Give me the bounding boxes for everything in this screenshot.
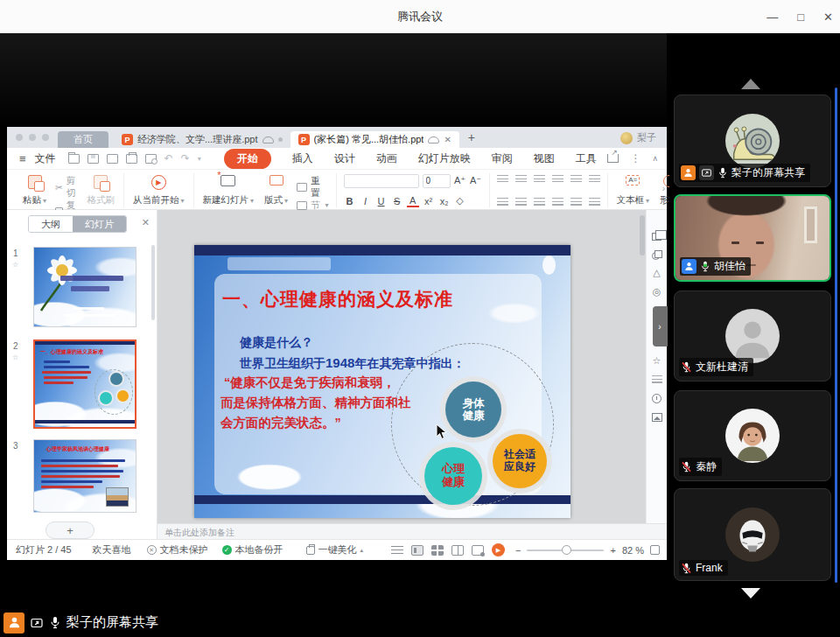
align-center-icon[interactable] [515, 198, 527, 206]
font-color-button[interactable]: A [407, 195, 419, 207]
zoom-percent[interactable]: 82 % [622, 545, 644, 556]
zoom-out-button[interactable]: − [515, 545, 521, 556]
indent-increase-icon[interactable] [552, 175, 564, 184]
menu-tab-design[interactable]: 设计 [334, 151, 355, 166]
normal-view-icon[interactable] [411, 545, 424, 556]
close-panel-icon[interactable]: ✕ [142, 217, 150, 228]
menu-tab-start[interactable]: 开始 [224, 149, 271, 169]
participant-tile[interactable]: 文新杜建清 [674, 290, 831, 382]
scroll-up-arrow-icon[interactable] [741, 79, 760, 89]
italic-button[interactable]: I [360, 196, 372, 206]
menu-file[interactable]: 文件 [35, 151, 56, 166]
format-painter-button[interactable]: 格式刷 [86, 174, 117, 207]
more-options-icon[interactable]: ⋮ [630, 152, 640, 164]
slide-thumbnail-2-selected[interactable]: 一、心理健康的涵义及标准 [33, 340, 136, 429]
close-button[interactable]: ✕ [823, 11, 833, 23]
underline-button[interactable]: U [375, 196, 388, 206]
sidebar-scrollbar[interactable] [835, 88, 837, 583]
wps-account[interactable]: 梨子 [620, 131, 656, 144]
bold-button[interactable]: B [344, 196, 356, 206]
shrink-font-button[interactable]: A⁻ [470, 175, 482, 186]
participant-tile[interactable]: Frank [674, 488, 831, 581]
wps-doc-tab-1[interactable]: P 经济学院、文学...理讲座.ppt [114, 131, 290, 148]
zoom-slider[interactable] [527, 550, 604, 551]
new-slide-button[interactable]: 新建幻灯片▾ [201, 174, 256, 207]
menu-tab-tools[interactable]: 工具 [576, 151, 597, 166]
rail-expand-tab[interactable]: › [653, 306, 668, 346]
wps-doc-tab-2-active[interactable]: P (家长篇) 常见...胡佳怡.ppt ✕ [290, 131, 459, 148]
open-icon[interactable] [68, 154, 80, 164]
collapse-ribbon-icon[interactable]: ∧ [652, 154, 658, 163]
pyramid-tool-icon[interactable]: △ [653, 268, 660, 277]
fullscreen-icon[interactable] [650, 545, 660, 555]
ribbon-expand-icon[interactable]: › [662, 184, 665, 193]
close-tab-icon[interactable]: ✕ [444, 135, 451, 144]
numbering-icon[interactable] [515, 175, 527, 184]
notes-bar[interactable]: 单击此处添加备注 [158, 523, 667, 539]
align-text-icon[interactable] [589, 175, 600, 184]
justify-icon[interactable] [552, 198, 564, 206]
grow-font-button[interactable]: A⁺ [454, 175, 466, 186]
slide-sorter-view-icon[interactable] [431, 545, 444, 556]
clear-format-button[interactable]: ◇ [454, 195, 466, 206]
zoom-slider-knob[interactable] [562, 545, 571, 555]
menu-tab-slideshow[interactable]: 幻灯片放映 [418, 151, 471, 166]
menu-tab-insert[interactable]: 插入 [292, 151, 313, 166]
font-size-input[interactable] [423, 174, 451, 188]
participant-tile[interactable]: 秦静 [674, 390, 831, 481]
slide-area-scrollbar[interactable] [640, 215, 645, 256]
doc-protection-status[interactable]: ✕ 文档未保护 [147, 543, 208, 556]
presenter-view-icon[interactable] [472, 545, 484, 556]
image-tool-icon[interactable] [652, 413, 662, 422]
export-icon[interactable] [107, 154, 118, 164]
undo-icon[interactable]: ↶ [164, 152, 173, 164]
menu-tab-view[interactable]: 视图 [534, 151, 555, 166]
indent-decrease-icon[interactable] [534, 175, 545, 184]
new-tab-button[interactable]: + [468, 130, 475, 144]
history-tool-icon[interactable] [652, 394, 662, 403]
theme-name[interactable]: 欢天喜地 [93, 543, 131, 556]
maximize-button[interactable]: □ [797, 11, 804, 23]
participant-tile-speaking[interactable]: 胡佳怡 [674, 194, 831, 282]
beautify-button[interactable]: 一键美化 ▴ [306, 543, 364, 556]
layout-button[interactable]: 版式▾ [262, 174, 290, 207]
bullets-icon[interactable] [497, 175, 508, 184]
menu-tab-review[interactable]: 审阅 [492, 151, 513, 166]
share-document-icon[interactable] [607, 154, 619, 163]
distribute-icon[interactable] [570, 198, 582, 206]
reset-button[interactable]: 重置 [297, 175, 329, 200]
add-slide-button[interactable]: + [46, 522, 94, 539]
hamburger-menu-icon[interactable]: ≡ [19, 152, 26, 165]
tab-outline[interactable]: 大纲 [29, 216, 73, 232]
slideshow-play-button[interactable]: ▶ [492, 543, 505, 556]
paste-button[interactable]: 粘贴▾ [21, 174, 48, 207]
panel-scrollbar[interactable] [151, 245, 155, 320]
properties-tool-icon[interactable] [652, 375, 662, 384]
strikethrough-button[interactable]: S [391, 196, 403, 206]
slide-thumbnail-1[interactable] [33, 247, 136, 327]
reading-view-icon[interactable] [452, 545, 464, 556]
font-name-input[interactable] [344, 174, 419, 188]
zoom-in-button[interactable]: + [610, 545, 615, 556]
cut-button[interactable]: ✂剪切 [55, 175, 79, 200]
subscript-button[interactable]: x₂ [438, 196, 451, 206]
redo-icon[interactable]: ↷ [181, 152, 190, 164]
menu-tab-animation[interactable]: 动画 [376, 151, 397, 166]
align-left-icon[interactable] [497, 198, 508, 206]
shapes-tool-icon[interactable] [652, 250, 662, 258]
wps-home-tab[interactable]: 首页 [58, 131, 108, 148]
print-preview-icon[interactable] [145, 154, 157, 164]
slide-thumbnail-3[interactable]: 心理学家杨凤池谈心理健康 [33, 439, 136, 513]
scroll-down-arrow-icon[interactable] [741, 588, 760, 598]
participant-tile-sharer[interactable]: 梨子的屏幕共享 [674, 94, 831, 187]
local-backup-status[interactable]: ✓ 本地备份开 [222, 543, 284, 556]
selection-pane-icon[interactable] [652, 233, 662, 241]
quick-access-dropdown-icon[interactable]: ▾ [198, 155, 201, 163]
superscript-button[interactable]: x² [423, 196, 435, 206]
notes-view-icon[interactable] [391, 546, 403, 555]
text-box-button[interactable]: A= 文本框▾ [615, 174, 652, 207]
text-direction-icon[interactable] [570, 175, 582, 184]
print-icon[interactable] [126, 154, 137, 164]
play-from-current-button[interactable]: ▶ 从当前开始▾ [131, 174, 186, 207]
effects-tool-icon[interactable]: ☆ [653, 356, 662, 366]
